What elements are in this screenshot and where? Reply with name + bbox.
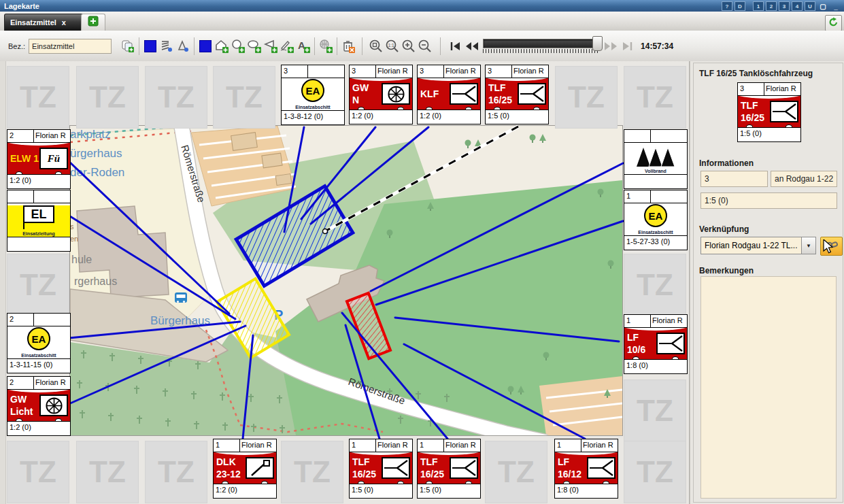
verknuepfung-dropdown[interactable]: Florian Rodgau 1-22 TL... ▼ <box>700 237 816 254</box>
handle-left[interactable] <box>222 481 229 484</box>
unit-card-tlf-b2[interactable]: 1Florian RTLF16/251:5 (0) <box>417 439 481 499</box>
add-text-icon[interactable]: A <box>295 38 311 54</box>
unit-card-ea-top[interactable]: 3EAEinsatzabschitt1-3-8-12 (0) <box>281 65 345 125</box>
tz-placeholder[interactable]: TZ <box>7 254 69 316</box>
time-slider[interactable] <box>483 39 600 53</box>
pump-icon <box>450 83 478 105</box>
tz-placeholder[interactable]: TZ <box>213 66 275 129</box>
tz-placeholder[interactable]: TZ <box>7 441 69 503</box>
tab-einsatzmittel[interactable]: Einsatzmittel x <box>4 14 84 31</box>
line-style-icon[interactable] <box>175 38 191 54</box>
close-tab-icon[interactable]: x <box>62 18 66 27</box>
info-field-count[interactable]: 3 <box>700 171 768 187</box>
tz-placeholder[interactable]: TZ <box>145 66 207 129</box>
add-geo-object-icon[interactable] <box>318 38 334 54</box>
unit-card-panel-tlf[interactable]: 3Florian RTLF16/251:5 (0) <box>737 82 801 142</box>
fill-color-swatch[interactable] <box>142 38 158 54</box>
handle-right[interactable] <box>533 107 540 110</box>
view-4-button[interactable]: 4 <box>792 1 803 11</box>
tz-placeholder[interactable]: TZ <box>624 441 686 503</box>
view-1-button[interactable]: 1 <box>753 1 764 11</box>
tz-placeholder[interactable]: TZ <box>624 66 686 129</box>
time-slider-thumb[interactable] <box>592 36 603 51</box>
unit-card-lf-106[interactable]: 1Florian RLF10/61:8 (0) <box>624 314 688 374</box>
view-2-button[interactable]: 2 <box>766 1 777 11</box>
tz-placeholder[interactable]: TZ <box>76 441 139 503</box>
handle-right[interactable] <box>55 418 62 421</box>
unit-card-klf[interactable]: 3Florian RKLF1:2 (0) <box>417 65 481 124</box>
unit-card-ea-right[interactable]: 1EAEinsatzabschitt1-5-27-33 (0) <box>624 190 688 250</box>
unit-card-dlk[interactable]: 1Florian RDLK23-121:2 (0) <box>213 439 277 499</box>
unit-card-vollbrand[interactable]: Vollbrand <box>624 129 688 189</box>
tz-placeholder[interactable]: TZ <box>145 441 207 503</box>
copy-add-icon[interactable] <box>120 38 136 54</box>
handle-right[interactable] <box>672 356 679 359</box>
unit-card-lf-1612[interactable]: 1Florian RLF16/121:8 (0) <box>554 439 618 499</box>
handle-left[interactable] <box>426 107 433 110</box>
unit-card-tlf-top[interactable]: 3Florian RTLF16/251:5 (0) <box>485 65 549 124</box>
handle-right[interactable] <box>397 107 404 110</box>
handle-right[interactable] <box>603 481 609 484</box>
d-button[interactable]: D <box>735 1 745 11</box>
step-forward-icon[interactable] <box>603 38 619 54</box>
handle-left[interactable] <box>746 124 753 127</box>
zoom-out-icon[interactable] <box>417 38 433 54</box>
handle-left[interactable] <box>563 481 570 484</box>
handle-right[interactable] <box>55 171 62 174</box>
info-field-name[interactable]: an Rodgau 1-22 <box>771 171 837 187</box>
add-building-icon[interactable] <box>214 38 230 54</box>
add-freehand-icon[interactable] <box>279 38 295 54</box>
handle-left[interactable] <box>426 481 433 484</box>
link-button[interactable] <box>820 237 843 256</box>
handle-left[interactable] <box>494 107 501 110</box>
tz-placeholder[interactable]: TZ <box>7 66 69 129</box>
unit-card-el[interactable]: ELEinsatzleitung <box>7 190 71 252</box>
unit-card-gw-licht[interactable]: 2Florian RGWLicht1:2 (0) <box>7 376 71 436</box>
unit-card-elw1[interactable]: 2Florian RELW 1Fü1:2 (0) <box>7 129 71 189</box>
skip-to-start-icon[interactable] <box>448 38 464 54</box>
handle-left[interactable] <box>16 171 22 174</box>
view-3-button[interactable]: 3 <box>779 1 790 11</box>
handle-left[interactable] <box>358 481 365 484</box>
tz-placeholder[interactable]: TZ <box>555 66 618 129</box>
handle-left[interactable] <box>632 356 639 359</box>
minimize-icon[interactable]: _ <box>830 1 841 11</box>
unit-card-ea-left[interactable]: 2EAEinsatzabschitt1-3-11-15 (0) <box>7 313 71 373</box>
tz-placeholder[interactable]: TZ <box>76 66 139 129</box>
refresh-button[interactable] <box>825 15 842 31</box>
draw-color-swatch[interactable] <box>197 38 214 54</box>
new-tab-button[interactable] <box>81 14 105 31</box>
pump-icon <box>450 457 478 479</box>
hatch-style-icon[interactable] <box>158 38 175 54</box>
tz-placeholder[interactable]: TZ <box>624 380 686 442</box>
step-back-icon[interactable] <box>464 38 480 54</box>
maximize-icon[interactable]: ▢ <box>817 1 828 11</box>
u-button[interactable]: U <box>805 1 815 11</box>
map[interactable]: arkplatz ürgerhaus der-Roden s en hule r… <box>70 126 622 435</box>
handle-right[interactable] <box>397 481 404 484</box>
tz-placeholder[interactable]: TZ <box>485 441 547 503</box>
zoom-in-icon[interactable] <box>401 38 417 54</box>
bemerkungen-textarea[interactable] <box>700 276 837 499</box>
dropdown-arrow-icon[interactable]: ▼ <box>801 237 815 254</box>
unit-card-gw-n[interactable]: 3Florian RGWN1:2 (0) <box>349 65 413 124</box>
zoom-selection-icon[interactable] <box>368 38 384 54</box>
bez-input[interactable] <box>29 39 112 54</box>
handle-right[interactable] <box>786 124 792 127</box>
handle-right[interactable] <box>261 481 268 484</box>
delete-icon[interactable] <box>340 38 356 54</box>
handle-right[interactable] <box>465 481 472 484</box>
tz-placeholder[interactable]: TZ <box>624 254 686 316</box>
handle-left[interactable] <box>16 418 22 421</box>
handle-right[interactable] <box>465 107 472 110</box>
unit-card-tlf-b1[interactable]: 1Florian RTLF16/251:5 (0) <box>349 439 413 499</box>
handle-left[interactable] <box>358 107 365 110</box>
add-circle-icon[interactable] <box>230 38 246 54</box>
info-field-strength[interactable]: 1:5 (0) <box>700 192 837 209</box>
add-polygon-icon[interactable] <box>263 38 279 54</box>
skip-to-end-icon[interactable] <box>619 38 635 54</box>
tz-placeholder[interactable]: TZ <box>281 441 343 503</box>
add-ellipse-icon[interactable] <box>246 38 263 54</box>
help-button[interactable]: ? <box>722 1 732 11</box>
zoom-original-icon[interactable]: 1:1 <box>384 38 401 54</box>
